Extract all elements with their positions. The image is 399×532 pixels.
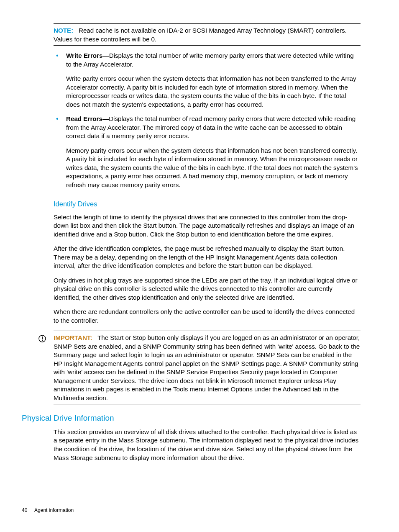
svg-rect-1: [42, 337, 43, 339]
important-block: IMPORTANT: The Start or Stop button only…: [54, 331, 361, 404]
important-label: IMPORTANT:: [54, 334, 92, 341]
identify-p4: When there are redundant controllers onl…: [54, 308, 361, 325]
important-icon: [38, 335, 46, 345]
identify-p2: After the drive identification completes…: [54, 244, 361, 270]
definition-text: Displays the total number of read memory…: [66, 115, 356, 139]
page-footer: 40 Agent information: [22, 507, 74, 514]
divider: [54, 23, 361, 24]
definition-item-write-errors: Write Errors—Displays the total number o…: [54, 51, 361, 109]
definition-dash: —: [103, 52, 109, 59]
identify-p1: Select the length of time to identify th…: [54, 213, 361, 239]
divider: [54, 45, 361, 46]
page-number: 40: [22, 507, 27, 513]
definition-lead: Read Errors—Displays the total number of…: [66, 115, 361, 141]
divider: [54, 331, 361, 331]
definition-term: Read Errors: [66, 115, 102, 122]
note-label: NOTE:: [54, 27, 73, 34]
identify-p3: Only drives in hot plug trays are suppor…: [54, 276, 361, 302]
content-column: NOTE: Read cache is not available on IDA…: [54, 23, 361, 404]
page: NOTE: Read cache is not available on IDA…: [0, 0, 399, 532]
definition-extra: Write parity errors occur when the syste…: [66, 75, 361, 109]
physical-p1: This section provides an overview of all…: [54, 428, 361, 462]
svg-rect-2: [42, 340, 43, 341]
important-text: IMPORTANT: The Start or Stop button only…: [54, 334, 361, 402]
heading-identify-drives: Identify Drives: [54, 199, 361, 208]
definition-list: Write Errors—Displays the total number o…: [54, 51, 361, 189]
note-text: NOTE: Read cache is not available on IDA…: [54, 26, 361, 44]
heading-physical-drive-information: Physical Drive Information: [22, 413, 361, 424]
definition-dash: —: [102, 115, 109, 122]
footer-section: Agent information: [34, 507, 74, 513]
note-body: Read cache is not available on IDA-2 or …: [54, 27, 347, 43]
note-block: NOTE: Read cache is not available on IDA…: [54, 23, 361, 46]
definition-extra: Memory parity errors occur when the syst…: [66, 146, 361, 190]
definition-term: Write Errors: [66, 52, 103, 59]
definition-text: Displays the total number of write memor…: [66, 52, 354, 68]
physical-content: This section provides an overview of all…: [54, 428, 361, 462]
definition-lead: Write Errors—Displays the total number o…: [66, 51, 361, 69]
important-body: The Start or Stop button only displays i…: [54, 334, 360, 401]
definition-item-read-errors: Read Errors—Displays the total number of…: [54, 115, 361, 189]
divider: [54, 404, 361, 404]
